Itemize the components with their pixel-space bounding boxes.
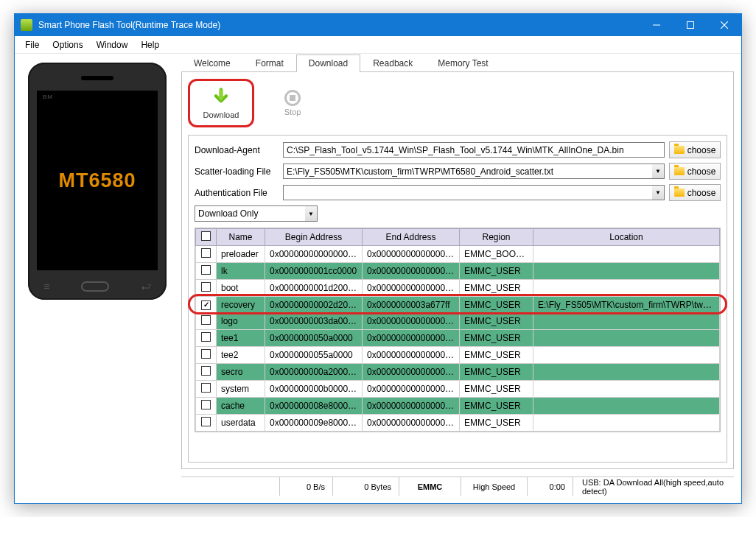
status-mode: High Speed bbox=[461, 477, 528, 496]
menubar: File Options Window Help bbox=[15, 36, 741, 54]
cell-location bbox=[533, 381, 720, 398]
cell-end: 0x0000000000000000 bbox=[363, 415, 460, 432]
header-region[interactable]: Region bbox=[460, 229, 533, 246]
cell-name: recovery bbox=[217, 297, 265, 313]
cell-name: tee1 bbox=[217, 330, 265, 347]
table-row[interactable]: logo0x0000000003da00000x0000000000000000… bbox=[196, 313, 720, 330]
cell-name: lk bbox=[217, 263, 265, 280]
download-mode-select[interactable] bbox=[195, 205, 305, 222]
maximize-button[interactable] bbox=[673, 14, 707, 36]
da-input[interactable] bbox=[283, 142, 665, 158]
cell-end: 0x0000000000000000 bbox=[363, 398, 460, 415]
cell-region: EMMC_USER bbox=[460, 280, 533, 297]
close-button[interactable] bbox=[707, 14, 741, 36]
table-row[interactable]: tee10x0000000050a00000x0000000000000000E… bbox=[196, 330, 720, 347]
cell-name: system bbox=[217, 381, 265, 398]
svg-rect-1 bbox=[687, 22, 694, 29]
auth-dropdown-arrow[interactable]: ▼ bbox=[652, 185, 665, 200]
cell-region: EMMC_USER bbox=[460, 398, 533, 415]
header-begin[interactable]: Begin Address bbox=[265, 229, 363, 246]
cell-region: EMMC_USER bbox=[460, 347, 533, 364]
header-name[interactable]: Name bbox=[217, 229, 265, 246]
tab-format[interactable]: Format bbox=[243, 54, 296, 71]
table-row[interactable]: secro0x000000000a2000000x000000000000000… bbox=[196, 364, 720, 381]
tab-readback[interactable]: Readback bbox=[360, 54, 425, 71]
header-location[interactable]: Location bbox=[533, 229, 720, 246]
table-row[interactable]: recovery0x00000000002d200000x0000000003a… bbox=[196, 297, 720, 313]
menu-window[interactable]: Window bbox=[91, 38, 134, 52]
table-row[interactable]: cache0x000000008e8000000x000000000000000… bbox=[196, 398, 720, 415]
cell-name: tee2 bbox=[217, 347, 265, 364]
cell-name: secro bbox=[217, 364, 265, 381]
cell-name: logo bbox=[217, 313, 265, 330]
auth-input[interactable] bbox=[283, 185, 652, 200]
stop-icon bbox=[284, 90, 301, 106]
cell-name: preloader bbox=[217, 246, 265, 263]
cell-region: EMMC_USER bbox=[460, 364, 533, 381]
scatter-label: Scatter-loading File bbox=[195, 166, 279, 177]
row-checkbox[interactable] bbox=[201, 300, 211, 310]
table-row[interactable]: lk0x0000000001cc00000x0000000000000000EM… bbox=[196, 263, 720, 280]
tab-welcome[interactable]: Welcome bbox=[181, 54, 243, 71]
select-all-checkbox[interactable] bbox=[201, 231, 211, 241]
table-row[interactable]: userdata0x000000009e8000000x000000000000… bbox=[196, 415, 720, 432]
phone-home-icon bbox=[81, 281, 109, 292]
menu-help[interactable]: Help bbox=[135, 38, 165, 52]
cell-end: 0x0000000000000000 bbox=[363, 246, 460, 263]
download-tab-content: Download Stop Download-Agent choose bbox=[181, 71, 734, 469]
phone-preview: BM MT6580 ≡ ⮐ bbox=[28, 63, 167, 300]
da-choose-button[interactable]: choose bbox=[669, 141, 721, 158]
cell-begin: 0x000000009e800000 bbox=[265, 415, 363, 432]
row-checkbox[interactable] bbox=[201, 349, 211, 359]
table-row[interactable]: system0x000000000b0000000x00000000000000… bbox=[196, 381, 720, 398]
cell-location bbox=[533, 280, 720, 297]
tab-download[interactable]: Download bbox=[296, 54, 360, 71]
cell-location bbox=[533, 246, 720, 263]
header-end[interactable]: End Address bbox=[363, 229, 460, 246]
auth-choose-button[interactable]: choose bbox=[669, 184, 721, 201]
mode-dropdown-arrow[interactable]: ▼ bbox=[305, 205, 318, 222]
svg-rect-4 bbox=[219, 90, 223, 98]
cell-region: EMMC_USER bbox=[460, 330, 533, 347]
phone-menu-icon: ≡ bbox=[43, 281, 49, 292]
cell-location bbox=[533, 364, 720, 381]
download-arrow-icon bbox=[211, 87, 231, 109]
status-bar: 0 B/s 0 Bytes EMMC High Speed 0:00 USB: … bbox=[181, 477, 734, 496]
row-checkbox[interactable] bbox=[201, 332, 211, 342]
row-checkbox[interactable] bbox=[201, 248, 211, 258]
row-checkbox[interactable] bbox=[201, 383, 211, 393]
row-checkbox[interactable] bbox=[201, 282, 211, 292]
table-row[interactable]: tee20x0000000055a00000x0000000000000000E… bbox=[196, 347, 720, 364]
menu-options[interactable]: Options bbox=[46, 38, 88, 52]
scatter-input[interactable] bbox=[283, 164, 652, 179]
scatter-dropdown-arrow[interactable]: ▼ bbox=[652, 164, 665, 179]
cell-region: EMMC_USER bbox=[460, 381, 533, 398]
header-checkbox[interactable] bbox=[196, 229, 217, 246]
cell-region: EMMC_USER bbox=[460, 415, 533, 432]
device-preview-panel: BM MT6580 ≡ ⮐ bbox=[15, 54, 174, 503]
cell-end: 0x0000000000000000 bbox=[363, 263, 460, 280]
minimize-button[interactable] bbox=[640, 14, 673, 36]
titlebar[interactable]: Smart Phone Flash Tool(Runtime Trace Mod… bbox=[15, 14, 741, 36]
row-checkbox[interactable] bbox=[201, 265, 211, 275]
window-title: Smart Phone Flash Tool(Runtime Trace Mod… bbox=[38, 20, 640, 30]
status-time: 0:00 bbox=[528, 477, 573, 496]
cell-region: EMMC_BOOT_1 bbox=[460, 246, 533, 263]
table-row[interactable]: preloader0x00000000000000000x00000000000… bbox=[196, 246, 720, 263]
cell-end: 0x0000000000000000 bbox=[363, 347, 460, 364]
tab-memory-test[interactable]: Memory Test bbox=[425, 54, 500, 71]
row-checkbox[interactable] bbox=[201, 366, 211, 376]
row-checkbox[interactable] bbox=[201, 400, 211, 409]
cell-region: EMMC_USER bbox=[460, 263, 533, 280]
menu-file[interactable]: File bbox=[19, 38, 45, 52]
download-button[interactable]: Download bbox=[192, 82, 251, 124]
cell-begin: 0x000000000b000000 bbox=[265, 381, 363, 398]
folder-icon bbox=[674, 146, 685, 154]
download-button-label: Download bbox=[203, 110, 239, 119]
cell-name: userdata bbox=[217, 415, 265, 432]
scatter-choose-button[interactable]: choose bbox=[669, 163, 721, 180]
row-checkbox[interactable] bbox=[201, 315, 211, 325]
table-row[interactable]: boot0x0000000001d200000x0000000000000000… bbox=[196, 280, 720, 297]
row-checkbox[interactable] bbox=[201, 417, 211, 426]
stop-button[interactable]: Stop bbox=[263, 85, 322, 121]
